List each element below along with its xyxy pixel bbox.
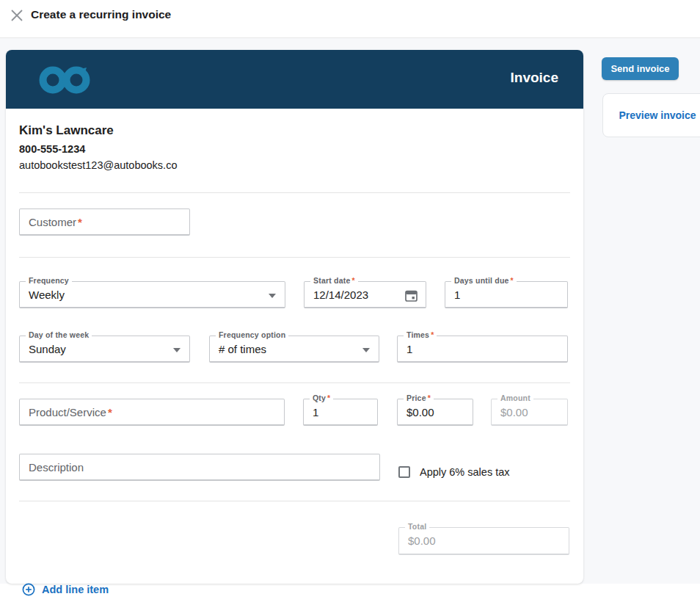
- qty-value: 1: [313, 406, 318, 418]
- business-phone: 800-555-1234: [19, 143, 177, 155]
- plus-circle-icon: [22, 583, 35, 596]
- times-label: Times*: [404, 330, 437, 339]
- start-date-field[interactable]: Start date* 12/14/2023: [304, 281, 426, 308]
- chevron-down-icon: [269, 294, 276, 298]
- day-of-week-value: Sunday: [29, 343, 66, 355]
- times-field[interactable]: Times* 1: [397, 336, 568, 363]
- total-field: Total $0.00: [398, 527, 569, 555]
- day-of-week-label: Day of the week: [26, 330, 92, 339]
- divider: [19, 192, 570, 193]
- customer-field-label: Customer*: [29, 216, 82, 228]
- description-field[interactable]: Description: [19, 454, 380, 481]
- days-until-due-label: Days until due*: [451, 276, 517, 285]
- calendar-icon[interactable]: [404, 289, 418, 302]
- required-asterisk: *: [428, 394, 431, 402]
- business-info: Kim's Lawncare 800-555-1234 autobookstes…: [19, 123, 177, 171]
- frequency-select[interactable]: Frequency Weekly: [19, 281, 285, 308]
- modal-header: Create a recurring invoice: [0, 0, 700, 38]
- add-line-item-label: Add line item: [42, 584, 109, 595]
- price-field[interactable]: Price* $0.00: [397, 399, 473, 426]
- required-asterisk: *: [511, 276, 514, 285]
- day-of-week-select[interactable]: Day of the week Sunday: [19, 336, 190, 363]
- send-invoice-button[interactable]: Send invoice: [602, 57, 679, 80]
- divider: [19, 382, 570, 383]
- start-date-label: Start date*: [310, 276, 358, 285]
- frequency-option-value: # of times: [219, 343, 266, 355]
- sales-tax-label: Apply 6% sales tax: [420, 466, 510, 478]
- checkbox-icon[interactable]: [398, 466, 410, 478]
- required-asterisk: *: [108, 406, 112, 418]
- required-asterisk: *: [78, 216, 82, 228]
- close-icon[interactable]: [10, 9, 23, 22]
- page-title: Create a recurring invoice: [31, 8, 171, 21]
- required-asterisk: *: [351, 276, 354, 285]
- times-value: 1: [406, 343, 412, 355]
- chevron-down-icon: [362, 348, 370, 352]
- description-label: Description: [29, 461, 84, 474]
- days-until-due-value: 1: [454, 289, 460, 301]
- price-label: Price*: [404, 394, 434, 402]
- business-name: Kim's Lawncare: [19, 123, 177, 138]
- invoice-card-header: Invoice: [6, 50, 583, 109]
- divider: [19, 257, 570, 258]
- invoice-title: Invoice: [511, 70, 558, 86]
- frequency-value: Weekly: [29, 289, 65, 301]
- days-until-due-field[interactable]: Days until due* 1: [445, 281, 568, 308]
- price-value: $0.00: [406, 406, 434, 418]
- frequency-label: Frequency: [26, 276, 72, 285]
- autobooks-logo-icon: [35, 62, 95, 97]
- customer-field[interactable]: Customer*: [19, 208, 190, 236]
- preview-invoice-label: Preview invoice: [619, 109, 696, 121]
- amount-value: $0.00: [500, 406, 528, 418]
- qty-label: Qty*: [310, 394, 333, 402]
- preview-invoice-button[interactable]: Preview invoice: [602, 93, 700, 137]
- modal-body: Invoice Kim's Lawncare 800-555-1234 auto…: [0, 38, 700, 584]
- required-asterisk: *: [431, 330, 434, 339]
- business-email: autobookstest123@autobooks.co: [19, 159, 177, 171]
- invoice-card: Invoice Kim's Lawncare 800-555-1234 auto…: [6, 50, 583, 584]
- qty-field[interactable]: Qty* 1: [303, 399, 378, 426]
- product-service-field[interactable]: Product/Service*: [19, 399, 285, 426]
- total-label: Total: [405, 522, 429, 531]
- frequency-option-label: Frequency option: [216, 330, 288, 339]
- chevron-down-icon: [173, 348, 181, 352]
- amount-field: Amount $0.00: [491, 399, 568, 426]
- frequency-option-select[interactable]: Frequency option # of times: [209, 336, 379, 363]
- sales-tax-checkbox-row[interactable]: Apply 6% sales tax: [398, 466, 510, 478]
- start-date-value: 12/14/2023: [313, 289, 368, 301]
- divider: [19, 501, 570, 501]
- add-line-item-button[interactable]: Add line item: [22, 583, 109, 596]
- required-asterisk: *: [327, 394, 330, 402]
- amount-label: Amount: [497, 394, 533, 402]
- product-service-label: Product/Service*: [29, 406, 112, 418]
- total-value: $0.00: [408, 534, 436, 547]
